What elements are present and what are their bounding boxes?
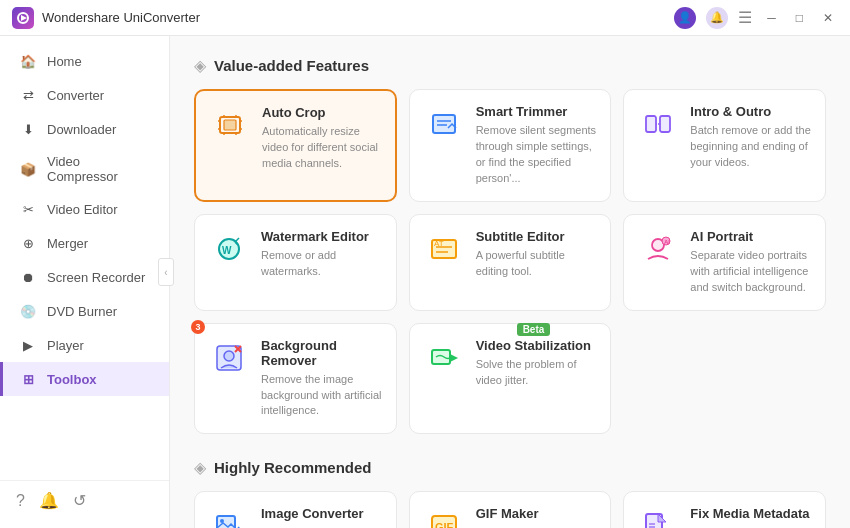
notification-bell-icon[interactable]: 🔔 [706,7,728,29]
video-compressor-icon: 📦 [19,160,37,178]
feature-card-image-converter[interactable]: Image Converter Convert images to other … [194,491,397,528]
smart-trimmer-text: Smart Trimmer Remove silent segments thr… [476,104,597,187]
converter-icon: ⇄ [19,86,37,104]
alert-icon[interactable]: 🔔 [39,491,59,510]
section-star-icon: ◈ [194,458,206,477]
feature-card-fix-media-metadata[interactable]: ✓ Fix Media Metadata Auto-fix and edit m… [623,491,826,528]
minimize-button[interactable]: ─ [762,9,781,27]
ai-portrait-icon: AI [638,229,678,269]
smart-trimmer-desc: Remove silent segments through simple se… [476,123,597,187]
merger-icon: ⊕ [19,234,37,252]
user-avatar-icon[interactable]: 👤 [674,7,696,29]
sidebar-item-toolbox[interactable]: ⊞ Toolbox [0,362,169,396]
gif-maker-text: GIF Maker Make GIFs from videos or pictu… [476,506,597,528]
home-icon: 🏠 [19,52,37,70]
feature-card-background-remover[interactable]: 3 Background Remover Remove the image ba… [194,323,397,435]
ai-portrait-desc: Separate video portraits with artificial… [690,248,811,296]
downloader-icon: ⬇ [19,120,37,138]
sidebar-item-player[interactable]: ▶ Player [0,328,169,362]
toolbox-icon: ⊞ [19,370,37,388]
svg-rect-23 [432,350,450,364]
background-remover-text: Background Remover Remove the image back… [261,338,382,420]
fix-media-metadata-icon: ✓ [638,506,678,528]
titlebar-right: 👤 🔔 ☰ ─ □ ✕ [674,7,838,29]
subtitle-editor-icon: AT [424,229,464,269]
smart-trimmer-icon [424,104,464,144]
help-icon[interactable]: ? [16,492,25,510]
feature-card-gif-maker[interactable]: GIF GIF Maker Make GIFs from videos or p… [409,491,612,528]
svg-rect-8 [660,116,670,132]
auto-crop-desc: Automatically resize video for different… [262,124,381,172]
background-remover-icon [209,338,249,378]
sidebar-label-screen-recorder: Screen Recorder [47,270,145,285]
sidebar-item-merger[interactable]: ⊕ Merger [0,226,169,260]
sidebar-item-dvd-burner[interactable]: 💿 DVD Burner [0,294,169,328]
recommended-section-header: ◈ Highly Recommended [194,458,826,477]
subtitle-editor-desc: A powerful subtitle editing tool. [476,248,597,280]
close-button[interactable]: ✕ [818,9,838,27]
app-title: Wondershare UniConverter [42,10,200,25]
feature-card-smart-trimmer[interactable]: Smart Trimmer Remove silent segments thr… [409,89,612,202]
smart-trimmer-title: Smart Trimmer [476,104,597,119]
gif-maker-title: GIF Maker [476,506,597,521]
titlebar-left: Wondershare UniConverter [12,7,200,29]
background-remover-desc: Remove the image background with artific… [261,372,382,420]
svg-text:GIF: GIF [435,521,454,528]
app-logo [12,7,34,29]
video-stabilization-title: Video Stabilization [476,338,597,353]
settings-icon[interactable]: ↺ [73,491,86,510]
feature-card-watermark-editor[interactable]: W Watermark Editor Remove or add waterma… [194,214,397,311]
titlebar: Wondershare UniConverter 👤 🔔 ☰ ─ □ ✕ [0,0,850,36]
recommended-grid: Image Converter Convert images to other … [194,491,826,528]
feature-card-auto-crop[interactable]: Auto Crop Automatically resize video for… [194,89,397,202]
svg-marker-1 [21,15,27,21]
video-stabilization-desc: Solve the problem of video jitter. [476,357,597,389]
svg-text:AT: AT [434,239,444,248]
sidebar-label-downloader: Downloader [47,122,116,137]
sidebar-collapse-button[interactable]: ‹ [158,258,174,286]
subtitle-editor-text: Subtitle Editor A powerful subtitle edit… [476,229,597,280]
subtitle-editor-title: Subtitle Editor [476,229,597,244]
sidebar-item-video-editor[interactable]: ✂ Video Editor [0,192,169,226]
svg-rect-3 [224,120,236,130]
sidebar-label-home: Home [47,54,82,69]
sidebar-label-dvd-burner: DVD Burner [47,304,117,319]
intro-outro-text: Intro & Outro Batch remove or add the be… [690,104,811,171]
feature-card-video-stabilization[interactable]: Beta Video Stabilization Solve the probl… [409,323,612,435]
video-editor-icon: ✂ [19,200,37,218]
hamburger-icon[interactable]: ☰ [738,8,752,27]
feature-card-subtitle-editor[interactable]: AT Subtitle Editor A powerful subtitle e… [409,214,612,311]
image-converter-text: Image Converter Convert images to other … [261,506,382,528]
sidebar-item-downloader[interactable]: ⬇ Downloader [0,112,169,146]
sidebar-label-video-compressor: Video Compressor [47,154,153,184]
fix-media-metadata-text: Fix Media Metadata Auto-fix and edit met… [690,506,811,528]
svg-text:AI: AI [664,239,670,245]
background-remover-title: Background Remover [261,338,382,368]
sidebar-label-toolbox: Toolbox [47,372,97,387]
beta-badge: Beta [517,323,551,336]
svg-text:W: W [222,245,232,256]
player-icon: ▶ [19,336,37,354]
video-stabilization-icon [424,338,464,378]
auto-crop-icon [210,105,250,145]
ai-portrait-text: AI Portrait Separate video portraits wit… [690,229,811,296]
sidebar-item-converter[interactable]: ⇄ Converter [0,78,169,112]
sidebar-item-screen-recorder[interactable]: ⏺ Screen Recorder [0,260,169,294]
image-converter-icon [209,506,249,528]
video-stabilization-text: Video Stabilization Solve the problem of… [476,338,597,389]
section-gem-icon: ◈ [194,56,206,75]
watermark-editor-icon: W [209,229,249,269]
gif-maker-icon: GIF [424,506,464,528]
sidebar-item-video-compressor[interactable]: 📦 Video Compressor [0,146,169,192]
sidebar-item-home[interactable]: 🏠 Home [0,44,169,78]
feature-card-ai-portrait[interactable]: AI AI Portrait Separate video portraits … [623,214,826,311]
value-added-section-header: ◈ Value-added Features [194,56,826,75]
auto-crop-text: Auto Crop Automatically resize video for… [262,105,381,172]
svg-rect-7 [646,116,656,132]
sidebar-bottom: ? 🔔 ↺ [0,480,169,520]
maximize-button[interactable]: □ [791,9,808,27]
section-title-recommended: Highly Recommended [214,459,372,476]
intro-outro-icon [638,104,678,144]
watermark-editor-text: Watermark Editor Remove or add watermark… [261,229,382,280]
feature-card-intro-outro[interactable]: Intro & Outro Batch remove or add the be… [623,89,826,202]
